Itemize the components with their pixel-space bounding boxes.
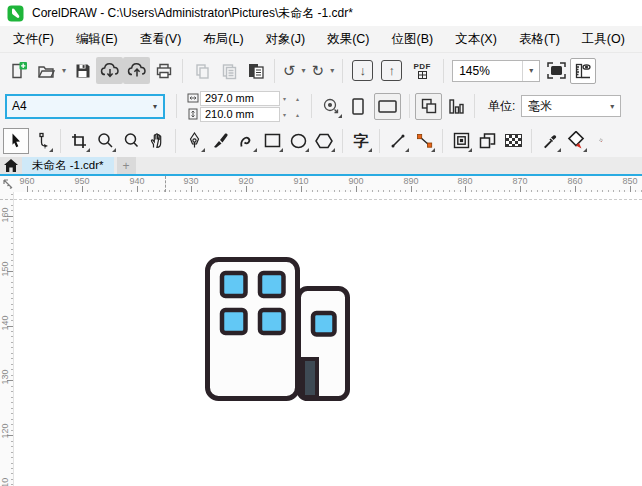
- fullscreen-preview-button[interactable]: [543, 57, 570, 84]
- building-window[interactable]: [222, 310, 246, 333]
- landscape-orientation-button[interactable]: [374, 93, 401, 120]
- print-button[interactable]: [150, 57, 177, 84]
- document-tab-active[interactable]: 未命名 -1.cdr*: [22, 157, 114, 174]
- contour-tool[interactable]: [448, 128, 474, 154]
- smart-fill-tool[interactable]: [589, 128, 603, 154]
- interactive-fill-tool[interactable]: [563, 128, 589, 154]
- building-door[interactable]: [303, 359, 317, 397]
- flyout-indicator: [279, 148, 283, 152]
- menu-bitmaps[interactable]: 位图(B): [381, 26, 445, 52]
- menu-file[interactable]: 文件(F): [2, 26, 65, 52]
- page-size-preset-combobox[interactable]: A4 ▾: [5, 94, 165, 119]
- show-rulers-button[interactable]: [570, 58, 596, 84]
- polygon-tool[interactable]: [311, 128, 337, 154]
- flyout-indicator: [201, 148, 205, 152]
- zoom-tool[interactable]: [92, 128, 118, 154]
- shape-tool[interactable]: [29, 128, 55, 154]
- portrait-icon: [352, 98, 364, 115]
- cut-button[interactable]: [188, 57, 215, 84]
- connector-tool[interactable]: [411, 128, 437, 154]
- menu-view[interactable]: 查看(V): [129, 26, 193, 52]
- page-width-field[interactable]: 297.0 mm: [200, 91, 280, 106]
- vertical-ruler[interactable]: 160 150 140 130 120 110: [0, 192, 14, 486]
- menu-layout[interactable]: 布局(L): [192, 26, 254, 52]
- propbar-separator: [311, 94, 312, 118]
- flyout-indicator: [86, 148, 90, 152]
- hruler-label: 850: [622, 176, 637, 186]
- freehand-tool[interactable]: [233, 128, 259, 154]
- building-window[interactable]: [260, 310, 284, 333]
- building-window[interactable]: [260, 273, 284, 296]
- current-page-icon: [448, 98, 464, 115]
- transparency-icon: [505, 134, 522, 147]
- new-document-tab-button[interactable]: +: [117, 157, 136, 174]
- pen-tool[interactable]: [181, 128, 207, 154]
- hruler-label: 890: [403, 176, 418, 186]
- menu-edit[interactable]: 编辑(E): [65, 26, 129, 52]
- export-arrow-icon: ↑: [388, 64, 395, 77]
- ruler-origin-icon: [1, 177, 15, 191]
- open-dropdown[interactable]: ▾: [59, 66, 69, 75]
- vruler-label: 160: [0, 200, 10, 230]
- shadow-tool[interactable]: [474, 128, 500, 154]
- menu-effects[interactable]: 效果(C): [316, 26, 380, 52]
- text-tool[interactable]: 字: [348, 128, 374, 154]
- zoom-level-combobox[interactable]: 145% ▾: [452, 60, 540, 82]
- flyout-indicator: [112, 148, 116, 152]
- page-width-icon: [186, 93, 200, 103]
- toolbar-separator: [443, 59, 444, 83]
- building-artwork[interactable]: [14, 192, 642, 486]
- text-tool-icon: 字: [354, 133, 369, 148]
- portrait-orientation-button[interactable]: [344, 93, 371, 120]
- crop-tool[interactable]: [66, 128, 92, 154]
- cloud-download-button[interactable]: [96, 57, 123, 84]
- save-button[interactable]: [69, 57, 96, 84]
- publish-pdf-button[interactable]: PDF: [406, 57, 438, 84]
- welcome-screen-tab[interactable]: [0, 157, 22, 174]
- current-page-button[interactable]: [442, 93, 469, 120]
- cloud-upload-button[interactable]: [123, 57, 150, 84]
- transparency-tool[interactable]: [500, 128, 526, 154]
- toolbar-separator: [182, 59, 183, 83]
- units-combobox[interactable]: 毫米 ▾: [521, 95, 621, 117]
- page-height-value: 210.0 mm: [205, 108, 254, 120]
- rectangle-tool[interactable]: [259, 128, 285, 154]
- menu-tools[interactable]: 工具(O): [571, 26, 636, 52]
- undo-button[interactable]: ↺: [280, 63, 299, 78]
- paste-button[interactable]: [242, 57, 269, 84]
- menu-table[interactable]: 表格(T): [508, 26, 571, 52]
- building-window[interactable]: [222, 273, 246, 296]
- undo-dropdown[interactable]: ▾: [299, 66, 309, 75]
- hruler-label: 870: [512, 176, 527, 186]
- redo-button[interactable]: ↻: [309, 63, 328, 78]
- toolbox-separator: [60, 129, 61, 153]
- import-button[interactable]: ↓: [352, 60, 373, 81]
- horizontal-ruler[interactable]: 960 950 940 930 920 910 900 890 880 870 …: [16, 176, 642, 192]
- scale-page-button[interactable]: [317, 93, 344, 120]
- export-button[interactable]: ↑: [381, 60, 402, 81]
- redo-dropdown[interactable]: ▾: [327, 66, 337, 75]
- building-window[interactable]: [313, 313, 335, 335]
- ruler-origin[interactable]: [0, 176, 16, 192]
- ellipse-tool[interactable]: [285, 128, 311, 154]
- new-document-button[interactable]: [5, 57, 32, 84]
- page-height-field[interactable]: 210.0 mm: [200, 107, 280, 122]
- menu-object[interactable]: 对象(J): [255, 26, 317, 52]
- page-height-spinner[interactable]: ▾▴: [280, 111, 302, 118]
- zoom-dropdown-icon[interactable]: ▾: [522, 61, 539, 81]
- brush-tool[interactable]: [207, 128, 233, 154]
- menu-text[interactable]: 文本(X): [444, 26, 508, 52]
- hruler-label: 930: [183, 176, 198, 186]
- pan-tool[interactable]: [144, 128, 170, 154]
- zoom-out-tool[interactable]: [118, 128, 144, 154]
- pick-tool[interactable]: [3, 128, 29, 154]
- copy-button[interactable]: [215, 57, 242, 84]
- open-button[interactable]: [32, 57, 59, 84]
- vruler-label: 120: [0, 416, 10, 446]
- page-width-spinner[interactable]: ▾▴: [280, 95, 302, 102]
- drawing-canvas[interactable]: [14, 192, 642, 486]
- eyedropper-tool[interactable]: [537, 128, 563, 154]
- toolbox-separator: [175, 129, 176, 153]
- all-pages-button[interactable]: [415, 93, 442, 120]
- dimension-tool[interactable]: [385, 128, 411, 154]
